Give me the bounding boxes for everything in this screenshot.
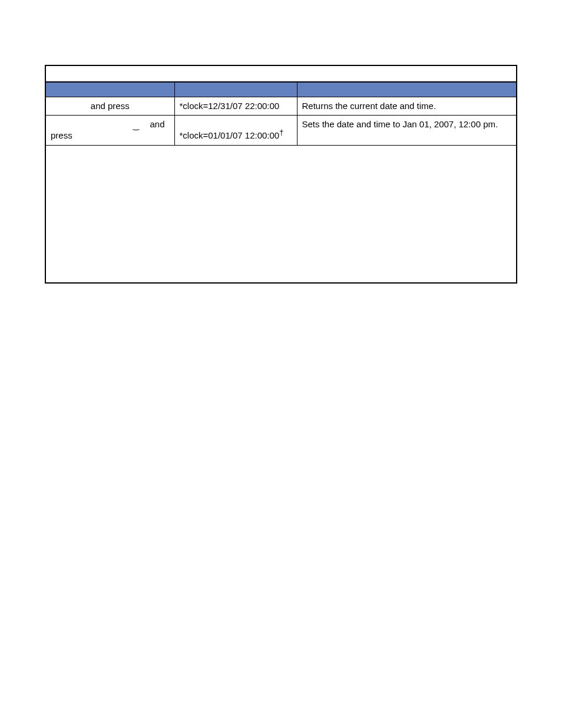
dagger-footnote-marker: †	[279, 128, 283, 137]
header-cell-description	[297, 83, 516, 97]
squiggle-icon: ‿	[133, 123, 139, 130]
table-header-row	[46, 83, 516, 97]
table-empty-area	[46, 145, 516, 282]
display-text: *clock=12/31/07 22:00:00	[180, 101, 280, 111]
cell-type: and press	[46, 97, 174, 116]
header-cell-display	[174, 83, 297, 97]
cell-display: *clock=01/01/07 12:00:00†	[174, 116, 297, 146]
description-text: Returns the current date and time.	[302, 101, 437, 111]
type-press-text: press	[51, 130, 72, 140]
table-caption-row	[46, 66, 516, 83]
cell-description: Returns the current date and time.	[297, 97, 516, 116]
type-and-text: and	[150, 119, 164, 130]
clock-command-table: and press *clock=12/31/07 22:00:00 Retur…	[45, 65, 517, 284]
table: and press *clock=12/31/07 22:00:00 Retur…	[46, 83, 516, 282]
cell-type: ‿ and press	[46, 116, 174, 146]
display-text: *clock=01/01/07 12:00:00	[180, 130, 280, 140]
page: and press *clock=12/31/07 22:00:00 Retur…	[0, 0, 562, 728]
cell-display: *clock=12/31/07 22:00:00	[174, 97, 297, 116]
description-text: Sets the date and time to Jan 01, 2007, …	[302, 119, 498, 129]
table-row: ‿ and press *clock=01/01/07 12:00:00† Se…	[46, 116, 516, 146]
cell-description: Sets the date and time to Jan 01, 2007, …	[297, 116, 516, 146]
table-row: and press *clock=12/31/07 22:00:00 Retur…	[46, 97, 516, 116]
type-text: and press	[91, 101, 130, 111]
header-cell-type	[46, 83, 174, 97]
